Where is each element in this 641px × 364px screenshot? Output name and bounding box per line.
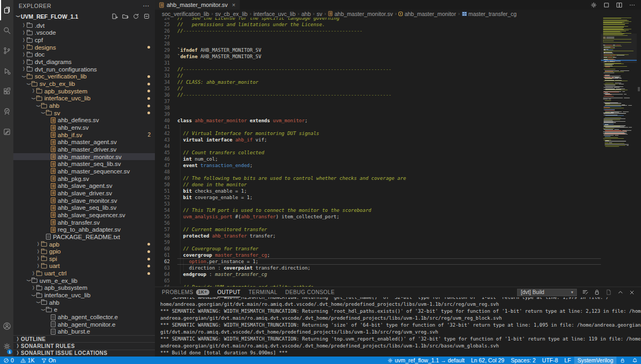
panel-tab-terminal[interactable]: TERMINAL — [248, 287, 277, 297]
line-number[interactable]: 33 — [155, 73, 170, 79]
code-line-58[interactable]: 58 protected ahb_transfer transfer; — [155, 233, 601, 239]
line-number[interactable]: 61 — [155, 252, 170, 258]
status-build-config[interactable]: uvm_ref_flow_1.1 → default — [384, 357, 468, 364]
line-number[interactable]: 58 — [155, 233, 170, 239]
tree-item-apb[interactable]: 〉apb — [13, 241, 155, 248]
line-number[interactable]: 57 — [155, 226, 170, 233]
new-folder-icon[interactable] — [122, 13, 129, 20]
status-notifications[interactable] — [629, 357, 641, 364]
code-line-36[interactable]: 36//------------------------------------… — [155, 92, 601, 98]
status-language[interactable]: SystemVerilog — [574, 357, 616, 364]
refresh-icon[interactable] — [132, 13, 139, 20]
breadcrumb-item-soc_verification_lib[interactable]: soc_verification_lib — [162, 11, 209, 17]
line-number[interactable]: 27 — [155, 34, 170, 41]
collapse-all-icon[interactable] — [143, 13, 150, 20]
maximize-panel-icon[interactable] — [617, 289, 624, 296]
line-number[interactable]: 44 — [155, 143, 170, 149]
line-number[interactable]: 46 — [155, 156, 170, 162]
sonarlint-icon[interactable] — [0, 101, 13, 122]
tree-item-dvt_run_configurations[interactable]: 〉dvt_run_configurations — [13, 66, 155, 73]
code-line-53[interactable]: 53 — [155, 201, 601, 207]
status-eol[interactable]: LF — [561, 357, 574, 364]
close-icon[interactable]: × — [232, 2, 235, 8]
line-number[interactable]: 37 — [155, 98, 170, 105]
tree-item-ahb_pkg.sv[interactable]: ahb_pkg.sv — [13, 175, 155, 183]
tree-item-ahb_slave_driver.sv[interactable]: ahb_slave_driver.sv — [13, 189, 155, 197]
code-line-47[interactable]: 47 event transaction_ended; — [155, 162, 601, 169]
line-number[interactable]: 45 — [155, 149, 170, 156]
run-debug-icon[interactable] — [0, 61, 13, 81]
line-number[interactable]: 54 — [155, 207, 170, 213]
line-number[interactable]: 36 — [155, 92, 170, 98]
log-file-icon[interactable] — [605, 289, 612, 296]
settings-gear-icon[interactable]: 1 — [0, 336, 13, 357]
line-number[interactable]: 53 — [155, 201, 170, 207]
tree-item-ahb_slave_monitor.sv[interactable]: ahb_slave_monitor.sv — [13, 197, 155, 204]
line-number[interactable]: 35 — [155, 85, 170, 92]
breadcrumb-item-sv[interactable]: sv — [317, 11, 323, 17]
split-editor-icon[interactable] — [616, 2, 623, 9]
line-number[interactable]: 39 — [155, 111, 170, 117]
code-line-49[interactable]: 49 // The following two bits are used to… — [155, 175, 601, 181]
line-number[interactable]: 30 — [155, 53, 170, 60]
line-number[interactable]: 59 — [155, 239, 170, 246]
line-number[interactable]: 63 — [155, 265, 170, 271]
tree-item-ahb_if.sv[interactable]: ahb_if.sv2 — [13, 131, 155, 139]
explorer-icon[interactable] — [0, 0, 13, 20]
code-line-38[interactable]: 38 — [155, 105, 601, 111]
line-number[interactable]: 49 — [155, 175, 170, 181]
status-cursor-position[interactable]: Ln 62, Col 29 — [468, 357, 507, 364]
tree-item-ahb_master_monitor.sv[interactable]: ahb_master_monitor.sv — [13, 153, 155, 161]
breadcrumb-item-master_transfer_cg[interactable]: master_transfer_cg — [462, 11, 517, 17]
tree-item-apb_subsystem[interactable]: 〉apb_subsystem — [13, 88, 155, 95]
tree-item-uvm_e_ex_lib[interactable]: 〉uvm_e_ex_lib — [13, 277, 155, 284]
code-line-54[interactable]: 54 // This TLM port is used to connect t… — [155, 207, 601, 213]
code-line-42[interactable]: 42 // Virtual Interface for monitoring D… — [155, 130, 601, 137]
output-console[interactable]: *** SEMANTIC WARNING: WIDTH_MISMATCH_TRU… — [155, 297, 641, 357]
tree-item-apb_subsystem[interactable]: 〉apb_subsystem — [13, 284, 155, 292]
code-line-39[interactable]: 39 — [155, 111, 601, 117]
line-number[interactable]: 41 — [155, 124, 170, 130]
code-line-35[interactable]: 35// — [155, 85, 601, 92]
breadcrumb-item-sv_cb_ex_lib[interactable]: sv_cb_ex_lib — [215, 11, 248, 17]
dvt-edit-icon[interactable] — [0, 122, 13, 142]
tab-ahb-master-monitor[interactable]: ahb_master_monitor.sv × — [155, 0, 240, 10]
tree-item-ahb[interactable]: 〉ahb — [13, 299, 155, 306]
line-number[interactable]: 64 — [155, 271, 170, 278]
tree-item-interface_uvc_lib[interactable]: 〉interface_uvc_lib — [13, 291, 155, 299]
code-line-24[interactable]: 24// See the License for the specific la… — [155, 18, 601, 21]
more-actions-icon[interactable]: ⋯ — [143, 2, 150, 10]
code-editor[interactable]: 24// See the License for the specific la… — [155, 18, 641, 287]
tree-item-ahb_master_sequencer.sv[interactable]: ahb_master_sequencer.sv — [13, 168, 155, 175]
line-number[interactable]: 50 — [155, 181, 170, 188]
status-encoding[interactable]: UTF-8 — [539, 357, 561, 364]
panel-tab-problems[interactable]: PROBLEMS1K+ — [162, 287, 209, 297]
line-number[interactable]: 65 — [155, 278, 170, 284]
code-line-30[interactable]: 30`define AHB_MASTER_MONITOR_SV — [155, 53, 601, 60]
line-number[interactable]: 62 — [155, 258, 170, 265]
code-line-51[interactable]: 51 bit checks_enable = 1; — [155, 188, 601, 194]
code-line-44[interactable]: 44 — [155, 143, 601, 149]
tree-item-ahb_master_seq_lib.sv[interactable]: ahb_master_seq_lib.sv — [13, 160, 155, 168]
code-line-64[interactable]: 64 endgroup : master_transfer_cg — [155, 271, 601, 278]
line-number[interactable]: 31 — [155, 60, 170, 66]
line-number[interactable]: 32 — [155, 66, 170, 73]
line-number[interactable]: 52 — [155, 194, 170, 201]
section-outline[interactable]: 〉OUTLINE — [13, 335, 155, 342]
breadcrumb-item-interface_uvc_lib[interactable]: interface_uvc_lib — [253, 11, 295, 17]
line-number[interactable]: 42 — [155, 130, 170, 137]
code-line-40[interactable]: 40class ahb_master_monitor extends uvm_m… — [155, 117, 601, 124]
account-icon[interactable] — [0, 316, 13, 336]
panel-tab-debug-console[interactable]: DEBUG CONSOLE — [285, 287, 334, 297]
tree-item-.vscode[interactable]: 〉.vscode — [13, 29, 155, 37]
code-line-60[interactable]: 60 // Covergroup for transfer — [155, 246, 601, 252]
line-number[interactable]: 29 — [155, 47, 170, 53]
line-number[interactable]: 60 — [155, 246, 170, 252]
code-line-59[interactable]: 59 — [155, 239, 601, 246]
line-number[interactable]: 26 — [155, 28, 170, 34]
code-line-37[interactable]: 37 — [155, 98, 601, 105]
settings-gear-icon[interactable] — [590, 2, 597, 9]
new-file-icon[interactable] — [111, 13, 118, 20]
lock-scroll-icon[interactable] — [593, 289, 600, 296]
line-number[interactable]: 55 — [155, 213, 170, 220]
